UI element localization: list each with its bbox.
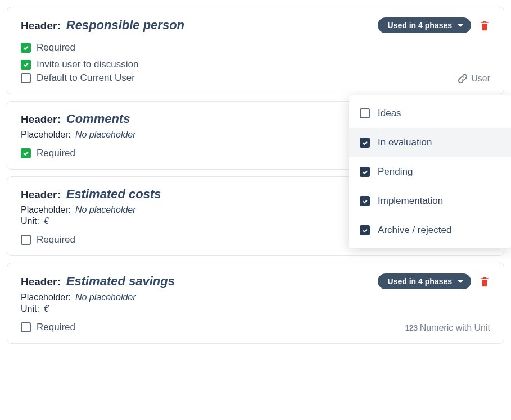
checkbox-icon	[21, 148, 31, 158]
field-card-responsible-person: Header: Responsible person Used in 4 pha…	[7, 7, 504, 94]
checkbox-icon	[360, 108, 370, 118]
required-checkbox-row[interactable]: Required	[21, 42, 490, 53]
checkbox-icon	[360, 225, 370, 235]
placeholder-label: Placeholder:	[21, 293, 71, 303]
unit-label: Unit:	[21, 304, 39, 314]
default-current-user-checkbox-row[interactable]: Default to Current User	[21, 72, 490, 84]
checkbox-icon	[21, 322, 31, 332]
checkbox-icon	[360, 138, 370, 148]
header-label: Header:	[21, 189, 61, 201]
phase-option-ideas[interactable]: Ideas	[349, 99, 511, 128]
placeholder-value[interactable]: No placeholder	[75, 293, 136, 303]
header-value[interactable]: Estimated costs	[66, 187, 161, 202]
field-card-estimated-savings: Header: Estimated savings Used in 4 phas…	[7, 263, 504, 344]
header-label: Header:	[21, 20, 61, 32]
phase-option-in-evaluation[interactable]: In evaluation	[349, 128, 511, 157]
placeholder-value[interactable]: No placeholder	[75, 205, 136, 215]
field-type-label: User	[471, 74, 490, 84]
phases-dropdown-trigger[interactable]: Used in 4 phases	[378, 17, 471, 33]
checkbox-icon	[21, 43, 31, 53]
checkbox-label: Required	[37, 234, 75, 245]
unit-value[interactable]: €	[44, 304, 49, 314]
placeholder-value[interactable]: No placeholder	[75, 130, 136, 140]
checkbox-label: Default to Current User	[37, 72, 135, 84]
checkbox-icon	[360, 167, 370, 177]
phases-dropdown-menu: Ideas In evaluation Pending Implementati…	[349, 95, 511, 248]
checkbox-icon	[21, 73, 31, 83]
phase-option-label: Implementation	[378, 195, 443, 207]
field-type-tag: User	[456, 72, 490, 85]
phase-option-label: In evaluation	[378, 137, 432, 148]
field-type-label: Numeric with Unit	[420, 323, 490, 333]
checkbox-icon	[21, 60, 31, 70]
checkbox-label: Invite user to discussion	[37, 59, 138, 70]
phase-option-archive-rejected[interactable]: Archive / rejected	[349, 216, 511, 245]
header-label: Header:	[21, 276, 61, 288]
delete-button[interactable]	[479, 19, 490, 31]
checkbox-label: Required	[37, 42, 75, 53]
header-value[interactable]: Responsible person	[66, 18, 184, 33]
field-type-tag: 123 Numeric with Unit	[405, 323, 490, 333]
phase-option-label: Archive / rejected	[378, 225, 451, 236]
placeholder-label: Placeholder:	[21, 130, 71, 140]
placeholder-label: Placeholder:	[21, 205, 71, 215]
phases-pill-label: Used in 4 phases	[388, 277, 452, 286]
checkbox-label: Required	[37, 148, 75, 159]
unit-value[interactable]: €	[44, 216, 49, 226]
link-icon	[456, 72, 469, 85]
phases-pill-label: Used in 4 phases	[388, 21, 452, 30]
phases-dropdown-trigger[interactable]: Used in 4 phases	[378, 273, 471, 289]
checkbox-icon	[360, 196, 370, 206]
checkbox-label: Required	[37, 322, 75, 333]
chevron-down-icon	[458, 280, 463, 283]
checkbox-icon	[21, 235, 31, 245]
phase-option-implementation[interactable]: Implementation	[349, 186, 511, 216]
phase-option-pending[interactable]: Pending	[349, 157, 511, 186]
phase-option-label: Pending	[378, 166, 413, 177]
header-value[interactable]: Estimated savings	[66, 274, 175, 289]
unit-label: Unit:	[21, 216, 39, 226]
invite-user-checkbox-row[interactable]: Invite user to discussion	[21, 59, 490, 70]
header-value[interactable]: Comments	[66, 112, 130, 126]
numeric-icon: 123	[405, 323, 418, 332]
chevron-down-icon	[458, 24, 463, 27]
header-label: Header:	[21, 113, 61, 126]
delete-button[interactable]	[479, 275, 490, 287]
phase-option-label: Ideas	[378, 108, 401, 119]
